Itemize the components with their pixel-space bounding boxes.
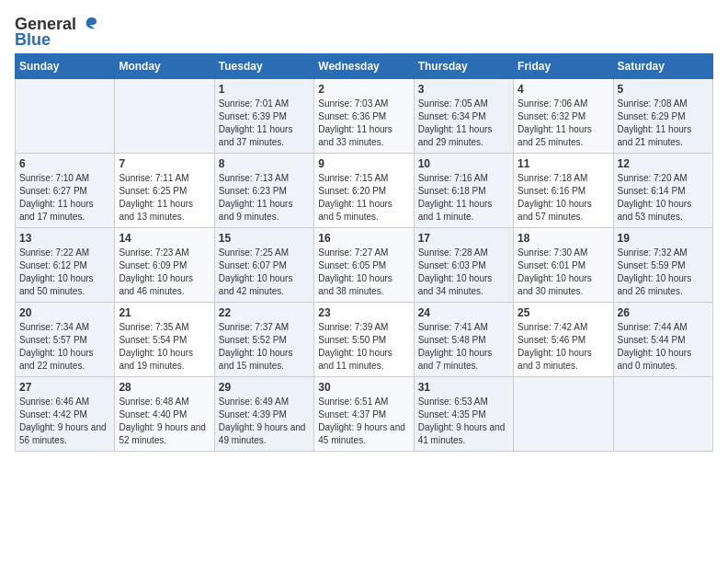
logo-bird-icon xyxy=(78,16,98,34)
calendar-cell: 31Sunrise: 6:53 AM Sunset: 4:35 PM Dayli… xyxy=(414,377,513,452)
day-info: Sunrise: 7:03 AM Sunset: 6:36 PM Dayligh… xyxy=(318,98,409,149)
day-number: 25 xyxy=(518,306,609,319)
day-number: 26 xyxy=(618,306,709,319)
calendar-cell: 25Sunrise: 7:42 AM Sunset: 5:46 PM Dayli… xyxy=(514,303,613,377)
calendar-cell: 24Sunrise: 7:41 AM Sunset: 5:48 PM Dayli… xyxy=(414,303,513,377)
day-number: 28 xyxy=(119,381,210,394)
page-header: General Blue xyxy=(15,15,713,50)
day-number: 10 xyxy=(418,157,509,170)
day-info: Sunrise: 7:06 AM Sunset: 6:32 PM Dayligh… xyxy=(518,98,609,149)
calendar-cell: 8Sunrise: 7:13 AM Sunset: 6:23 PM Daylig… xyxy=(214,154,313,228)
day-info: Sunrise: 7:10 AM Sunset: 6:27 PM Dayligh… xyxy=(19,172,110,224)
day-number: 16 xyxy=(318,232,409,245)
calendar-cell: 15Sunrise: 7:25 AM Sunset: 6:07 PM Dayli… xyxy=(214,228,313,303)
day-number: 23 xyxy=(318,306,409,319)
day-info: Sunrise: 7:01 AM Sunset: 6:39 PM Dayligh… xyxy=(219,98,310,149)
calendar-cell: 14Sunrise: 7:23 AM Sunset: 6:09 PM Dayli… xyxy=(115,228,214,303)
day-number: 22 xyxy=(219,306,310,319)
day-info: Sunrise: 7:28 AM Sunset: 6:03 PM Dayligh… xyxy=(418,247,509,298)
calendar-cell xyxy=(115,79,214,154)
day-info: Sunrise: 7:08 AM Sunset: 6:29 PM Dayligh… xyxy=(618,98,709,149)
day-info: Sunrise: 7:23 AM Sunset: 6:09 PM Dayligh… xyxy=(119,247,210,298)
day-info: Sunrise: 6:51 AM Sunset: 4:37 PM Dayligh… xyxy=(318,396,409,447)
day-info: Sunrise: 7:13 AM Sunset: 6:23 PM Dayligh… xyxy=(219,172,310,224)
calendar-week-row: 1Sunrise: 7:01 AM Sunset: 6:39 PM Daylig… xyxy=(16,79,713,154)
header-saturday: Saturday xyxy=(613,54,712,79)
day-info: Sunrise: 7:44 AM Sunset: 5:44 PM Dayligh… xyxy=(618,321,709,373)
day-info: Sunrise: 7:25 AM Sunset: 6:07 PM Dayligh… xyxy=(219,247,310,298)
day-info: Sunrise: 7:27 AM Sunset: 6:05 PM Dayligh… xyxy=(318,247,409,298)
day-info: Sunrise: 7:22 AM Sunset: 6:12 PM Dayligh… xyxy=(19,247,110,298)
calendar-cell: 7Sunrise: 7:11 AM Sunset: 6:25 PM Daylig… xyxy=(115,154,214,228)
calendar-week-row: 13Sunrise: 7:22 AM Sunset: 6:12 PM Dayli… xyxy=(16,228,713,303)
day-number: 15 xyxy=(219,232,310,245)
header-wednesday: Wednesday xyxy=(314,54,414,79)
day-info: Sunrise: 7:16 AM Sunset: 6:18 PM Dayligh… xyxy=(418,172,509,224)
day-number: 3 xyxy=(418,83,509,96)
day-number: 1 xyxy=(219,83,310,96)
day-number: 29 xyxy=(219,381,310,394)
day-info: Sunrise: 6:46 AM Sunset: 4:42 PM Dayligh… xyxy=(19,396,110,447)
calendar-cell: 27Sunrise: 6:46 AM Sunset: 4:42 PM Dayli… xyxy=(16,377,115,452)
day-number: 5 xyxy=(618,83,709,96)
calendar-cell xyxy=(16,79,115,154)
day-number: 17 xyxy=(418,232,509,245)
day-info: Sunrise: 6:48 AM Sunset: 4:40 PM Dayligh… xyxy=(119,396,210,447)
day-info: Sunrise: 7:18 AM Sunset: 6:16 PM Dayligh… xyxy=(518,172,609,224)
day-number: 24 xyxy=(418,306,509,319)
day-info: Sunrise: 6:53 AM Sunset: 4:35 PM Dayligh… xyxy=(418,396,509,447)
day-number: 27 xyxy=(19,381,110,394)
day-info: Sunrise: 7:30 AM Sunset: 6:01 PM Dayligh… xyxy=(518,247,609,298)
calendar-cell: 21Sunrise: 7:35 AM Sunset: 5:54 PM Dayli… xyxy=(115,303,214,377)
day-info: Sunrise: 7:34 AM Sunset: 5:57 PM Dayligh… xyxy=(19,321,110,373)
day-number: 13 xyxy=(19,232,110,245)
day-number: 8 xyxy=(219,157,310,170)
day-number: 31 xyxy=(418,381,509,394)
day-info: Sunrise: 6:49 AM Sunset: 4:39 PM Dayligh… xyxy=(219,396,310,447)
calendar-cell: 17Sunrise: 7:28 AM Sunset: 6:03 PM Dayli… xyxy=(414,228,513,303)
logo: General Blue xyxy=(15,15,98,50)
header-thursday: Thursday xyxy=(414,54,513,79)
day-number: 21 xyxy=(119,306,210,319)
calendar-cell: 3Sunrise: 7:05 AM Sunset: 6:34 PM Daylig… xyxy=(414,79,513,154)
calendar-cell: 5Sunrise: 7:08 AM Sunset: 6:29 PM Daylig… xyxy=(613,79,712,154)
day-info: Sunrise: 7:37 AM Sunset: 5:52 PM Dayligh… xyxy=(219,321,310,373)
day-number: 4 xyxy=(518,83,609,96)
header-monday: Monday xyxy=(115,54,214,79)
header-friday: Friday xyxy=(514,54,613,79)
calendar-cell: 29Sunrise: 6:49 AM Sunset: 4:39 PM Dayli… xyxy=(214,377,313,452)
calendar-cell: 16Sunrise: 7:27 AM Sunset: 6:05 PM Dayli… xyxy=(314,228,414,303)
calendar-cell xyxy=(613,377,712,452)
calendar-cell: 22Sunrise: 7:37 AM Sunset: 5:52 PM Dayli… xyxy=(214,303,313,377)
day-number: 9 xyxy=(318,157,409,170)
calendar-cell: 11Sunrise: 7:18 AM Sunset: 6:16 PM Dayli… xyxy=(514,154,613,228)
calendar-week-row: 6Sunrise: 7:10 AM Sunset: 6:27 PM Daylig… xyxy=(16,154,713,228)
calendar-cell: 6Sunrise: 7:10 AM Sunset: 6:27 PM Daylig… xyxy=(16,154,115,228)
calendar-cell: 26Sunrise: 7:44 AM Sunset: 5:44 PM Dayli… xyxy=(613,303,712,377)
calendar-cell: 10Sunrise: 7:16 AM Sunset: 6:18 PM Dayli… xyxy=(414,154,513,228)
day-info: Sunrise: 7:42 AM Sunset: 5:46 PM Dayligh… xyxy=(518,321,609,373)
day-number: 2 xyxy=(318,83,409,96)
calendar-cell: 13Sunrise: 7:22 AM Sunset: 6:12 PM Dayli… xyxy=(16,228,115,303)
calendar-week-row: 20Sunrise: 7:34 AM Sunset: 5:57 PM Dayli… xyxy=(16,303,713,377)
calendar-cell: 9Sunrise: 7:15 AM Sunset: 6:20 PM Daylig… xyxy=(314,154,414,228)
day-number: 30 xyxy=(318,381,409,394)
day-info: Sunrise: 7:05 AM Sunset: 6:34 PM Dayligh… xyxy=(418,98,509,149)
day-info: Sunrise: 7:32 AM Sunset: 5:59 PM Dayligh… xyxy=(618,247,709,298)
calendar-cell: 4Sunrise: 7:06 AM Sunset: 6:32 PM Daylig… xyxy=(514,79,613,154)
day-number: 18 xyxy=(518,232,609,245)
calendar-cell: 20Sunrise: 7:34 AM Sunset: 5:57 PM Dayli… xyxy=(16,303,115,377)
day-info: Sunrise: 7:39 AM Sunset: 5:50 PM Dayligh… xyxy=(318,321,409,373)
calendar-cell: 23Sunrise: 7:39 AM Sunset: 5:50 PM Dayli… xyxy=(314,303,414,377)
day-info: Sunrise: 7:15 AM Sunset: 6:20 PM Dayligh… xyxy=(318,172,409,224)
day-info: Sunrise: 7:41 AM Sunset: 5:48 PM Dayligh… xyxy=(418,321,509,373)
day-number: 12 xyxy=(618,157,709,170)
calendar-cell: 30Sunrise: 6:51 AM Sunset: 4:37 PM Dayli… xyxy=(314,377,414,452)
calendar-header-row: SundayMondayTuesdayWednesdayThursdayFrid… xyxy=(16,54,713,79)
calendar-cell: 18Sunrise: 7:30 AM Sunset: 6:01 PM Dayli… xyxy=(514,228,613,303)
day-info: Sunrise: 7:20 AM Sunset: 6:14 PM Dayligh… xyxy=(618,172,709,224)
day-number: 6 xyxy=(19,157,110,170)
day-info: Sunrise: 7:35 AM Sunset: 5:54 PM Dayligh… xyxy=(119,321,210,373)
logo-blue-text: Blue xyxy=(15,30,51,50)
day-number: 14 xyxy=(119,232,210,245)
